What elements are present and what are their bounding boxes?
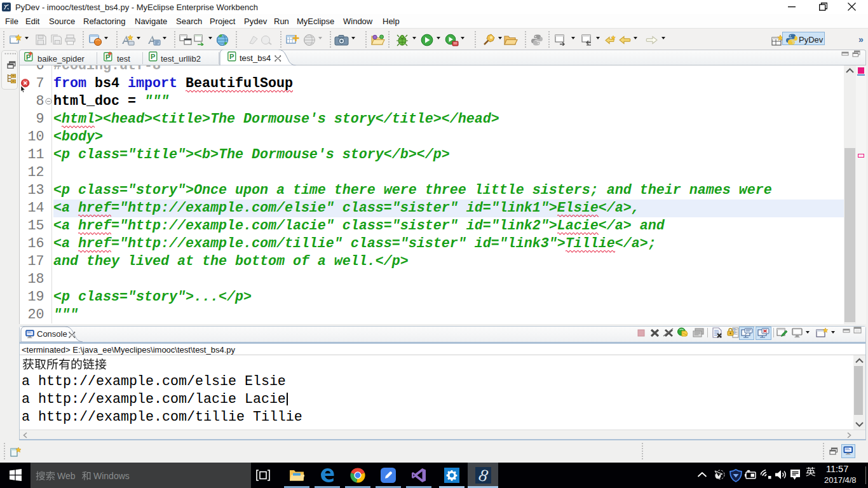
svg-text:P: P [151, 53, 155, 60]
svg-text:8: 8 [477, 467, 490, 484]
svg-text:P: P [229, 53, 234, 60]
